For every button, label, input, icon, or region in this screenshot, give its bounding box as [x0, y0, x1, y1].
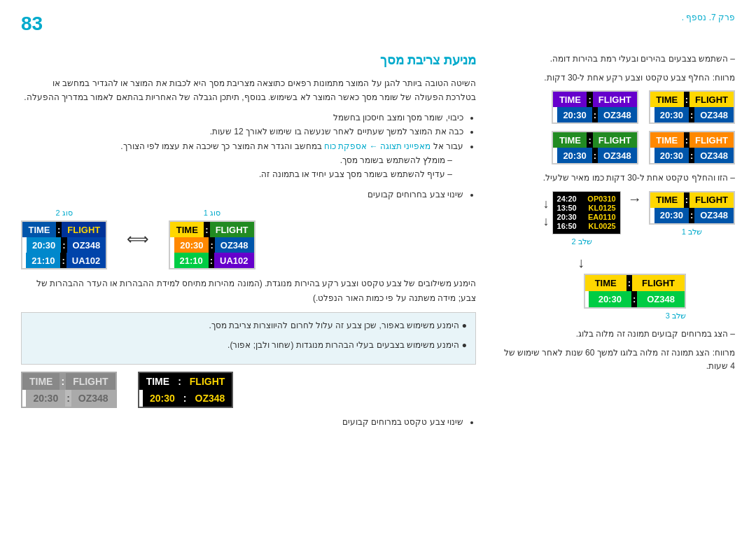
type2-time2: 21:10 — [26, 253, 60, 268]
type1-colon1: : — [209, 237, 214, 253]
main-content: מניעת צריבת מסך השיטה הטובה ביותר להגן ע… — [21, 52, 735, 435]
b1-flight-h: FLIGHT — [690, 92, 734, 107]
b3-time-h: TIME — [650, 132, 684, 148]
note1b: מרווח: החלף צבע טקסט וצבע רקע אחת ל-30 ד… — [497, 71, 735, 85]
bottom-bullets: שינוי צבע טקסט במרוחים קבועים — [21, 415, 476, 429]
gray-time-header: TIME — [22, 373, 59, 390]
left-section: – השתמש בצבעים בהירים ובעלי רמת בהירות ד… — [497, 52, 735, 435]
arrow-up: ↓ — [543, 197, 550, 211]
bullet-3: עבור אל מאפייני תצוגה ← אספקת כוח במחשב … — [21, 139, 463, 182]
board3-container: FLIGHT : TIME OZ348 : 20:30 — [649, 131, 735, 164]
gray-flight-header: FLIGHT — [66, 373, 115, 390]
info-box-text1: ● הימנע משימוש באפור, שכן צבע זה עלול לח… — [30, 318, 467, 332]
black-time1: 20:30 — [143, 390, 182, 407]
black-header: FLIGHT : TIME — [139, 373, 232, 390]
step1-board: FLIGHT : TIME OZ348 : 20:30 — [649, 191, 735, 225]
b3-colon: : — [689, 148, 694, 163]
b4-flight: OZ348 — [598, 148, 637, 163]
type1-board-container: סוג 1 FLIGHT : TIME OZ348 : 20:30 — [169, 209, 255, 269]
board1-container: FLIGHT : TIME OZ348 : 20:30 — [649, 90, 735, 124]
bullet-4: שינוי צבע בחרוחים קבועים — [21, 188, 463, 202]
mb-flight-4: KL0025 — [580, 222, 616, 230]
type1-colon2: : — [209, 253, 214, 268]
board4-container: FLIGHT : TIME OZ348 : 20:30 — [552, 131, 638, 164]
s3-flight: OZ348 — [637, 291, 685, 307]
board3: FLIGHT : TIME OZ348 : 20:30 — [649, 131, 735, 164]
mb-time-2: 13:50 — [557, 204, 577, 212]
arrow-right-1: → — [628, 191, 642, 207]
b1-time: 20:30 — [654, 107, 689, 122]
note3b: מרווח: הצג תמונה זה מלוה בלוגו למשך 60 ש… — [497, 346, 735, 373]
type1-colon-header: : — [204, 222, 209, 237]
chapter-label: פרק 7. נספף . — [682, 13, 735, 22]
mb-row-4: KL0025 16:50 — [557, 222, 616, 230]
type2-colon1: : — [61, 237, 66, 253]
bottom-boards-row: FLIGHT : TIME OZ348 : 20:30 — [21, 372, 476, 408]
type1-header: FLIGHT : TIME — [170, 222, 253, 237]
mb-flight-1: OP0310 — [580, 195, 616, 203]
section-title: מניעת צריבת מסך — [21, 52, 476, 68]
b3-time: 20:30 — [654, 148, 689, 163]
type1-flight1: OZ348 — [215, 237, 254, 253]
bullet-2: כבה את המוצר למשך שעתיים לאחר שנעשה בו ש… — [21, 125, 463, 139]
mb-time-1: 24:20 — [557, 195, 577, 203]
b1-time-h: TIME — [650, 92, 684, 107]
arrow-down-step2: ↓ — [497, 255, 665, 271]
info-text1: הימנע משילובים של צבע טקסט וצבע רקע בהיר… — [21, 276, 476, 305]
black-flight-widget: FLIGHT : TIME OZ348 : 20:30 — [138, 372, 234, 408]
s3-flight-h: FLIGHT — [632, 275, 685, 291]
black-colon1: : — [182, 390, 188, 407]
step2-multi-board: OP0310 24:20 KL0125 13:50 EA0110 20:30 — [552, 191, 621, 234]
s3-time: 20:30 — [589, 291, 631, 307]
step1-col: FLIGHT : TIME OZ348 : 20:30 שלב 1 — [649, 191, 735, 237]
type2-label: סוג 2 — [56, 209, 73, 218]
b4-colon: : — [592, 148, 598, 163]
type1-flight-header: FLIGHT — [210, 222, 254, 237]
black-flight1: OZ348 — [188, 390, 232, 407]
type2-data-row1: OZ348 : 20:30 — [22, 237, 106, 253]
step1-label: שלב 1 — [682, 227, 702, 237]
b2-colon-h: : — [587, 92, 592, 107]
type2-flight1: OZ348 — [67, 237, 106, 253]
page: 83 פרק 7. נספף . מניעת צריבת מסך השיטה ה… — [0, 0, 756, 534]
board1: FLIGHT : TIME OZ348 : 20:30 — [649, 90, 735, 124]
info-box-text2: ● הימנע משימוש בצבעים בעלי הבהרות מנוגדו… — [30, 338, 467, 352]
gray-flight-widget: FLIGHT : TIME OZ348 : 20:30 — [21, 372, 117, 408]
b2-time-h: TIME — [553, 92, 587, 107]
b2-flight-h: FLIGHT — [593, 92, 637, 107]
gray-data-row: OZ348 : 20:30 — [22, 390, 115, 407]
type1-time1: 20:30 — [174, 237, 209, 253]
b1-colon-h: : — [684, 92, 690, 107]
mb-time-4: 16:50 — [557, 222, 577, 230]
b2-time: 20:30 — [557, 107, 592, 122]
step3-board: FLIGHT : TIME OZ348 : 20:30 — [584, 274, 686, 309]
step2-label: שלב 2 — [572, 237, 592, 246]
type1-flight2: UA102 — [214, 253, 253, 268]
type1-data-row2: UA102 : 21:10 — [170, 253, 253, 268]
type2-colon2: : — [60, 253, 66, 268]
b2-colon: : — [592, 107, 598, 122]
b1-colon: : — [689, 107, 694, 122]
type-comparison-row: סוג 1 FLIGHT : TIME OZ348 : 20:30 — [21, 209, 476, 269]
type2-data-row2: UA102 : 21:10 — [22, 253, 106, 268]
s1-time: 20:30 — [654, 208, 689, 223]
right-section: מניעת צריבת מסך השיטה הטובה ביותר להגן ע… — [21, 52, 483, 435]
bullet-3-link: מאפייני תצוגה ← אספקת כוח — [324, 141, 430, 151]
sub2: עדיף להשתמש בשומר מסך צבע יחיד או בתמונה… — [21, 167, 452, 181]
black-flight-header: FLIGHT — [183, 373, 232, 390]
info-box: ● הימנע משימוש באפור, שכן צבע זה עלול לח… — [21, 312, 476, 365]
b4-flight-h: FLIGHT — [593, 132, 637, 148]
board2-container: FLIGHT : TIME OZ348 : 20:30 — [552, 90, 638, 124]
b3-flight: OZ348 — [694, 148, 734, 163]
note3: – הצג במרוחים קבועים תמונה זה מלוה בלוג. — [497, 328, 735, 341]
note1: – השתמש בצבעים בהירים ובעלי רמת בהירות ד… — [497, 52, 735, 66]
main-bullets: כיבוי, שומר מסך ומצב חיסכון בחשמל כבה את… — [21, 111, 476, 202]
gray-header: FLIGHT : TIME — [22, 373, 115, 390]
b2-flight: OZ348 — [598, 107, 637, 122]
type2-time-header: TIME — [22, 222, 56, 237]
b3-flight-h: FLIGHT — [690, 132, 734, 148]
black-time-header: TIME — [139, 373, 176, 390]
s1-flight: OZ348 — [694, 208, 734, 223]
step2-col: OP0310 24:20 KL0125 13:50 EA0110 20:30 — [543, 191, 621, 246]
b4-time-h: TIME — [553, 132, 587, 148]
